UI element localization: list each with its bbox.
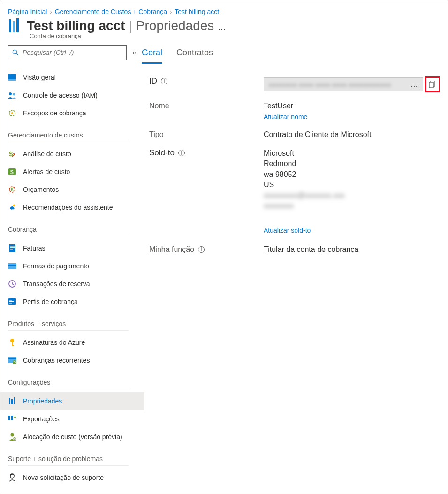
svg-rect-21: [8, 263, 16, 269]
svg-rect-1: [13, 21, 15, 32]
more-actions-icon[interactable]: ⋯: [218, 23, 226, 34]
support-icon: [8, 473, 16, 482]
sidebar-item-new-support-request[interactable]: Nova solicitação de suporte: [8, 469, 138, 486]
nav-label: Controle de acesso (IAM): [23, 91, 98, 99]
page-section: Propriedades: [136, 18, 214, 33]
nav-label: Alocação de custo (versão prévia): [23, 433, 122, 441]
sidebar-item-iam[interactable]: Controle de acesso (IAM): [8, 86, 138, 104]
svg-text:$: $: [11, 187, 14, 192]
sidebar-item-cost-alerts[interactable]: $ Alertas de custo: [8, 163, 138, 181]
soldto-city: Redmond: [264, 159, 440, 169]
resource-type-label: Conta de cobrança: [0, 32, 448, 45]
update-soldto-link[interactable]: Atualizar sold-to: [264, 226, 311, 236]
nav-label: Nova solicitação de suporte: [23, 474, 104, 481]
advisor-icon: [8, 204, 16, 211]
breadcrumb-account[interactable]: Test billing acct: [175, 8, 219, 15]
sidebar-item-advisor[interactable]: Recomendações do assistente: [8, 198, 138, 216]
page-title: Test billing acct: [27, 18, 125, 33]
sidebar-item-properties[interactable]: Propriedades: [0, 392, 144, 410]
svg-point-16: [13, 205, 15, 207]
copy-icon: [429, 81, 436, 88]
sidebar-item-cost-analysis[interactable]: $ Análise de custo: [8, 145, 138, 163]
title-divider: |: [129, 18, 132, 33]
main-content: Geral Contratos ID i xxxxxxxx-xxxx-xxxx-…: [138, 45, 448, 486]
invoice-icon: [8, 244, 16, 252]
sidebar-item-exports[interactable]: Exportações: [8, 410, 138, 428]
tab-contracts[interactable]: Contratos: [176, 45, 213, 64]
sidebar-item-subscriptions[interactable]: Assinaturas do Azure: [8, 334, 138, 351]
field-label-soldto: Sold-to i: [142, 148, 264, 158]
info-icon[interactable]: i: [161, 78, 167, 84]
soldto-value: Microsoft Redmond wa 98052 US xxxxxxxxx@…: [264, 148, 440, 236]
recurring-icon: [8, 357, 16, 364]
nav-label: Propriedades: [23, 397, 62, 405]
sidebar-item-budgets[interactable]: $ Orçamentos: [8, 181, 138, 198]
nav-label: Formas de pagamento: [23, 262, 89, 270]
svg-rect-17: [9, 244, 15, 252]
nav-label: Alertas de custo: [23, 168, 70, 175]
nav-label: Visão geral: [23, 74, 56, 81]
svg-rect-22: [8, 265, 16, 266]
svg-rect-2: [16, 18, 19, 32]
svg-rect-32: [8, 358, 16, 359]
collapse-sidebar-icon[interactable]: «: [132, 49, 136, 56]
tab-general[interactable]: Geral: [142, 45, 162, 64]
update-name-link[interactable]: Atualizar nome: [264, 113, 307, 121]
svg-rect-0: [9, 19, 11, 32]
svg-rect-37: [8, 416, 10, 418]
field-label-role: Minha função i: [142, 245, 264, 254]
search-input[interactable]: [22, 48, 122, 57]
sidebar-item-billing-profiles[interactable]: Perfis de cobrança: [8, 293, 138, 311]
sidebar-item-recurring[interactable]: Cobranças recorrentes: [8, 351, 138, 369]
chevron-right-icon: ›: [49, 8, 53, 15]
people-icon: [8, 92, 16, 99]
chevron-right-icon: ›: [169, 8, 173, 15]
export-icon: [8, 416, 16, 422]
breadcrumb: Página Inicial › Gerenciamento de Custos…: [0, 0, 448, 17]
svg-rect-6: [8, 79, 16, 81]
sidebar-item-invoices[interactable]: Faturas: [8, 239, 138, 257]
breadcrumb-home[interactable]: Página Inicial: [8, 8, 47, 15]
sidebar-item-reservation-transactions[interactable]: Transações de reserva: [8, 275, 138, 293]
svg-point-10: [11, 112, 13, 114]
nav-label: Assinaturas do Azure: [23, 339, 85, 346]
card-icon: [8, 263, 16, 269]
svg-rect-40: [11, 418, 13, 420]
field-label-id: ID i: [142, 76, 264, 86]
breadcrumb-cost-management[interactable]: Gerenciamento de Custos + Cobrança: [55, 8, 167, 15]
svg-rect-38: [11, 416, 13, 418]
key-icon: [8, 338, 16, 347]
info-icon[interactable]: i: [178, 150, 185, 156]
nav-label: Transações de reserva: [23, 280, 90, 288]
sidebar-search[interactable]: [8, 45, 127, 60]
profile-icon: [8, 298, 16, 305]
copy-id-button[interactable]: [425, 76, 440, 92]
svg-rect-26: [9, 301, 14, 302]
svg-rect-39: [8, 418, 10, 420]
svg-point-44: [10, 474, 14, 478]
name-value: TestUser: [264, 102, 440, 110]
type-value: Contrato de Cliente da Microsoft: [264, 130, 440, 139]
alert-icon: $: [8, 168, 16, 175]
sidebar-item-payment-methods[interactable]: Formas de pagamento: [8, 257, 138, 275]
field-label-name: Nome: [142, 102, 264, 110]
svg-rect-25: [9, 300, 12, 301]
tabs: Geral Contratos: [142, 45, 440, 64]
svg-point-28: [10, 339, 14, 342]
billing-account-icon: [8, 18, 21, 33]
overview-icon: [8, 74, 16, 81]
sidebar-item-scopes[interactable]: Escopos de cobrança: [8, 104, 138, 122]
svg-rect-20: [10, 249, 13, 250]
svg-rect-30: [12, 345, 14, 346]
search-icon: [12, 49, 19, 56]
id-value: xxxxxxxx-xxxx-xxxx-xxxx-xxxxxxxxxxxx: [269, 81, 391, 88]
sidebar-item-overview[interactable]: Visão geral: [8, 68, 138, 86]
info-icon[interactable]: i: [198, 246, 205, 253]
svg-line-4: [16, 53, 18, 55]
page-header: Test billing acct | Propriedades ⋯: [0, 17, 448, 33]
sidebar-item-cost-allocation[interactable]: $ Alocação de custo (versão prévia): [8, 428, 138, 446]
properties-icon: [8, 397, 16, 405]
nav-label: Escopos de cobrança: [23, 109, 86, 117]
sidebar: « Visão geral Controle de acesso (IAM) E…: [0, 45, 138, 486]
nav-label: Faturas: [23, 244, 45, 252]
